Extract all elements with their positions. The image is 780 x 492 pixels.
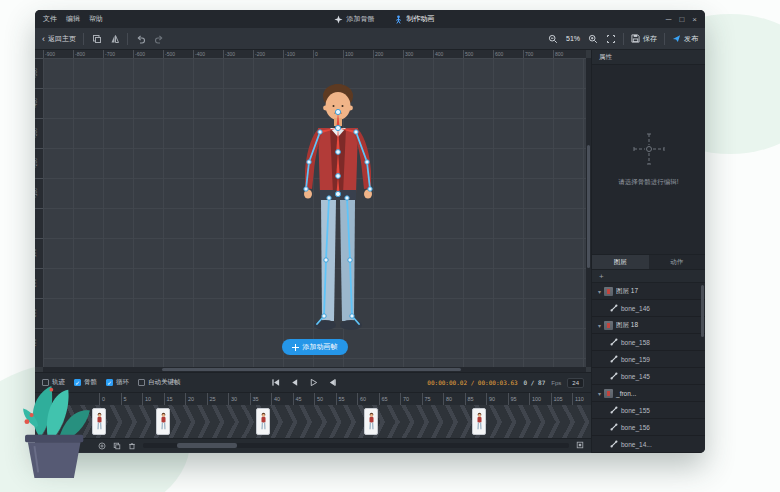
properties-empty-state: 请选择骨骼进行编辑! <box>592 65 705 255</box>
bone-icon <box>610 304 618 312</box>
playback-bar: 轨迹✓骨骼✓循环自动关键帧 00:00:00.02 / 00:00:03.63 … <box>35 372 591 392</box>
add-animation-frame-button[interactable]: 添加动画帧 <box>282 339 348 355</box>
canvas[interactable]: 添加动画帧 <box>43 58 586 367</box>
close-button[interactable]: × <box>692 15 697 24</box>
flip-icon[interactable] <box>109 33 120 44</box>
delete-keyframe-icon[interactable] <box>128 442 136 450</box>
undo-icon[interactable] <box>135 33 146 44</box>
toggle-option[interactable]: ✓循环 <box>106 378 129 387</box>
back-home-button[interactable]: ‹ 返回主页 <box>42 34 76 44</box>
tab-label: 制作动画 <box>406 14 434 24</box>
ruler-label: -200 <box>35 148 43 178</box>
bone-icon <box>610 423 618 431</box>
timeline-tick: 40 <box>271 393 280 405</box>
ruler-label: 100 <box>35 238 43 268</box>
tab-layers[interactable]: 图层 <box>592 255 649 269</box>
layer-group-row[interactable]: ▾图层 17 <box>592 283 705 300</box>
bone-row[interactable]: bone_155 <box>592 402 705 419</box>
scrollbar-thumb[interactable] <box>177 443 237 448</box>
layer-label: bone_159 <box>621 356 650 363</box>
ruler-label: 400 <box>433 50 463 58</box>
duplicate-icon[interactable] <box>91 33 102 44</box>
timecode: 00:00:00.02 / 00:00:03.63 <box>427 379 517 386</box>
timeline-tick: 55 <box>336 393 345 405</box>
timeline-tick: 50 <box>314 393 323 405</box>
timeline-tick: 15 <box>164 393 173 405</box>
timeline-ruler[interactable]: 0510152025303540455055606570758085909510… <box>35 393 591 405</box>
caret-down-icon[interactable]: ▾ <box>598 288 601 295</box>
checkbox[interactable] <box>138 379 145 386</box>
layer-label: bone_145 <box>621 373 650 380</box>
menu-item[interactable]: 帮助 <box>89 14 103 24</box>
timeline-keyframe[interactable] <box>156 408 170 435</box>
toggle-option[interactable]: 自动关键帧 <box>138 378 181 387</box>
canvas-area: -900-800-700-600-500-400-300-200-1000100… <box>35 50 591 372</box>
scrollbar-thumb[interactable] <box>162 368 461 371</box>
toggle-label: 循环 <box>116 378 129 387</box>
tab-add-bones[interactable]: 添加骨骼 <box>334 14 374 24</box>
canvas-vertical-scrollbar[interactable] <box>586 58 591 367</box>
tab-make-animation[interactable]: 制作动画 <box>394 14 434 24</box>
menu-item[interactable]: 编辑 <box>66 14 80 24</box>
timeline-track[interactable] <box>35 405 591 438</box>
bone-row[interactable]: bone_14... <box>592 436 705 453</box>
maximize-button[interactable]: □ <box>679 15 684 24</box>
bone-icon <box>610 338 618 346</box>
fps-label: Fps <box>551 380 561 386</box>
bone-row[interactable]: bone_146 <box>592 300 705 317</box>
timeline-tick: 70 <box>400 393 409 405</box>
scrollbar-thumb[interactable] <box>587 145 590 269</box>
character-figure[interactable] <box>258 74 418 350</box>
bone-row[interactable]: bone_145 <box>592 368 705 385</box>
fit-view-icon[interactable] <box>605 33 616 44</box>
ruler-label: -300 <box>35 118 43 148</box>
save-button[interactable]: 保存 <box>631 34 657 44</box>
fit-timeline-icon[interactable] <box>576 441 584 450</box>
zoom-out-icon[interactable] <box>548 33 559 44</box>
step-forward-icon[interactable] <box>328 378 337 387</box>
zoom-level[interactable]: 51% <box>566 35 580 42</box>
ruler-label: 400 <box>35 328 43 358</box>
play-icon[interactable] <box>309 378 318 387</box>
fps-input[interactable]: 24 <box>567 378 584 388</box>
chevron-pattern <box>35 405 591 422</box>
timeline-keyframe[interactable] <box>256 408 270 435</box>
canvas-horizontal-scrollbar[interactable] <box>43 367 586 372</box>
save-icon <box>631 34 640 43</box>
menu-item[interactable]: 文件 <box>43 14 57 24</box>
checkbox[interactable]: ✓ <box>106 379 113 386</box>
publish-button[interactable]: 发布 <box>672 34 698 44</box>
layer-group-row[interactable]: ▾图层 18 <box>592 317 705 334</box>
ruler-label: -900 <box>43 50 73 58</box>
timeline-keyframe[interactable] <box>472 408 486 435</box>
bone-row[interactable]: bone_156 <box>592 419 705 436</box>
duplicate-keyframe-icon[interactable] <box>113 442 121 450</box>
tab-label: 添加骨骼 <box>346 14 374 24</box>
tab-actions[interactable]: 动作 <box>649 255 706 269</box>
ruler-label: -500 <box>163 50 193 58</box>
add-layer-button[interactable]: + <box>592 270 705 283</box>
layer-label: 图层 17 <box>616 287 638 296</box>
timeline[interactable]: 0510152025303540455055606570758085909510… <box>35 392 591 438</box>
layer-group-row[interactable]: ▾_fron... <box>592 385 705 402</box>
ruler-label: 600 <box>493 50 523 58</box>
bone-row[interactable]: bone_158 <box>592 334 705 351</box>
chevron-left-icon: ‹ <box>42 34 45 44</box>
minimize-button[interactable]: ─ <box>666 15 672 24</box>
app-window: 文件编辑帮助 添加骨骼 制作动画 ─ □ × ‹ 返回主页 <box>35 10 705 453</box>
layer-label: bone_14... <box>621 441 652 448</box>
redo-icon[interactable] <box>153 33 164 44</box>
caret-down-icon[interactable]: ▾ <box>598 390 601 397</box>
zoom-in-icon[interactable] <box>587 33 598 44</box>
bone-row[interactable]: bone_159 <box>592 351 705 368</box>
timeline-keyframe[interactable] <box>364 408 378 435</box>
step-back-icon[interactable] <box>290 378 299 387</box>
title-bar: 文件编辑帮助 添加骨骼 制作动画 ─ □ × <box>35 10 705 28</box>
ruler-label: -800 <box>73 50 103 58</box>
ruler-label: 200 <box>35 268 43 298</box>
timeline-scrollbar[interactable] <box>143 443 569 448</box>
crosshair-icon <box>632 132 666 166</box>
panel-scrollbar-thumb[interactable] <box>701 285 704 337</box>
caret-down-icon[interactable]: ▾ <box>598 322 601 329</box>
skip-to-start-icon[interactable] <box>271 378 280 387</box>
